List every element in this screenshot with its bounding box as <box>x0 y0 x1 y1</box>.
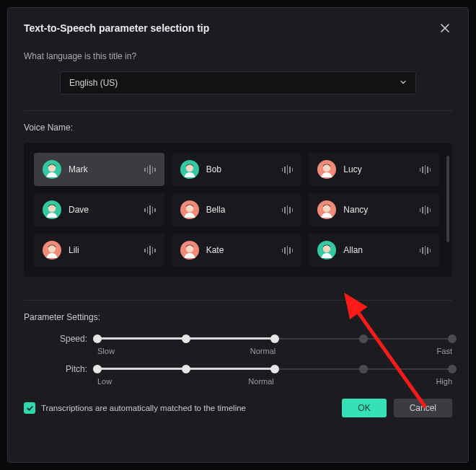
voice-label: Allan <box>343 245 412 255</box>
pitch-slider[interactable] <box>97 364 452 374</box>
pitch-tick-low: Low <box>97 377 112 386</box>
waveform-icon[interactable] <box>144 246 156 255</box>
voice-label: Bella <box>206 205 275 215</box>
voice-option[interactable]: Nancy <box>309 193 439 226</box>
pitch-tick-high: High <box>436 377 452 386</box>
transcription-label: Transcriptions are automatically matched… <box>41 404 246 412</box>
voice-option[interactable]: Allan <box>309 234 439 267</box>
voice-option[interactable]: Kate <box>172 234 302 267</box>
scrollbar-thumb[interactable] <box>446 156 449 242</box>
avatar-icon <box>180 160 199 179</box>
language-select[interactable]: English (US) <box>60 71 416 94</box>
close-icon <box>440 23 450 33</box>
avatar-icon <box>317 160 336 179</box>
waveform-icon[interactable] <box>282 165 294 174</box>
pitch-label: Pitch: <box>24 364 87 374</box>
avatar-icon <box>43 200 61 219</box>
voice-option[interactable]: Mark <box>34 153 164 186</box>
speed-tick-normal: Normal <box>250 347 276 355</box>
voice-option[interactable]: Bella <box>172 193 302 226</box>
avatar-icon <box>317 241 336 260</box>
speed-tick-slow: Slow <box>97 347 115 355</box>
ok-button[interactable]: OK <box>342 399 386 417</box>
checkbox-checked-icon <box>24 402 35 414</box>
voice-label: Dave <box>69 205 137 215</box>
avatar-icon <box>43 241 61 260</box>
speed-tick-fast: Fast <box>437 347 452 355</box>
voice-option[interactable]: Bob <box>172 153 302 186</box>
dialog-title: Text-to-Speech parameter selection tip <box>24 22 209 34</box>
language-selected-value: English (US) <box>69 78 118 88</box>
voice-panel: Mark Bob Lucy Dave Bella <box>24 143 452 277</box>
waveform-icon[interactable] <box>144 205 156 215</box>
voice-option[interactable]: Lucy <box>309 153 439 186</box>
voice-label: Kate <box>206 245 275 255</box>
avatar-icon <box>180 241 199 260</box>
waveform-icon[interactable] <box>144 165 156 174</box>
waveform-icon[interactable] <box>282 205 294 215</box>
language-prompt: What language is this title in? <box>24 51 452 61</box>
waveform-icon[interactable] <box>420 205 431 215</box>
voice-scrollbar[interactable] <box>446 156 449 264</box>
speed-slider[interactable] <box>97 334 452 344</box>
waveform-icon[interactable] <box>282 246 294 255</box>
voice-option[interactable]: Lili <box>34 234 164 267</box>
transcription-checkbox[interactable]: Transcriptions are automatically matched… <box>24 402 246 414</box>
divider <box>24 110 452 111</box>
voice-label: Mark <box>69 164 137 174</box>
avatar-icon <box>317 200 336 219</box>
voice-label: Lili <box>69 245 137 255</box>
voice-label: Lucy <box>343 164 412 174</box>
cancel-button[interactable]: Cancel <box>394 399 452 417</box>
waveform-icon[interactable] <box>420 165 431 174</box>
waveform-icon[interactable] <box>420 246 431 255</box>
tts-dialog: Text-to-Speech parameter selection tip W… <box>7 7 469 463</box>
voice-label: Nancy <box>343 205 412 215</box>
voice-label: Bob <box>206 164 275 174</box>
speed-label: Speed: <box>24 334 87 344</box>
chevron-down-icon <box>400 78 407 88</box>
parameter-settings-label: Parameter Settings: <box>24 312 452 322</box>
pitch-tick-normal: Normal <box>248 377 273 386</box>
avatar-icon <box>43 160 61 179</box>
voice-option[interactable]: Dave <box>34 193 164 226</box>
avatar-icon <box>180 200 199 219</box>
close-button[interactable] <box>438 21 452 35</box>
divider <box>24 300 452 301</box>
voice-name-label: Voice Name: <box>24 123 452 133</box>
